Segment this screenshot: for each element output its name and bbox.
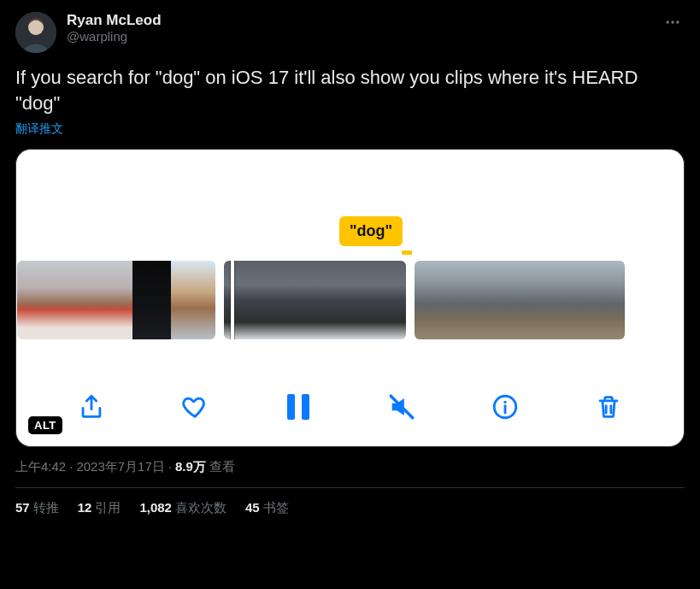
more-icon	[664, 14, 681, 31]
views-count: 8.9万	[175, 459, 206, 475]
clip-frame	[171, 261, 215, 339]
clip-frame	[94, 261, 132, 339]
stat-count: 57	[15, 500, 30, 515]
stat-bookmarks[interactable]: 45书签	[245, 500, 289, 516]
info-button[interactable]	[489, 391, 521, 423]
meta-separator: ·	[69, 459, 73, 474]
tweet: Ryan McLeod @warpling If you search for …	[0, 0, 700, 525]
share-button[interactable]	[75, 391, 108, 423]
stat-likes[interactable]: 1,082喜欢次数	[139, 500, 226, 516]
svg-point-3	[671, 21, 674, 23]
trash-icon	[594, 392, 623, 421]
clip-group-2	[224, 261, 406, 339]
clip-frame	[285, 261, 345, 339]
alt-badge[interactable]: ALT	[28, 416, 62, 434]
display-name[interactable]: Ryan McLeod	[67, 12, 661, 29]
svg-point-4	[676, 21, 679, 23]
tweet-date[interactable]: 2023年7月17日	[76, 459, 164, 475]
clip-frame	[485, 261, 520, 339]
stat-quotes[interactable]: 12引用	[78, 500, 121, 516]
clip-frame	[56, 261, 94, 339]
svg-point-7	[503, 401, 506, 403]
clip-frame	[132, 261, 171, 339]
handle[interactable]: @warpling	[67, 29, 661, 44]
scrub-marker	[402, 250, 412, 255]
mute-button[interactable]	[385, 391, 418, 423]
tweet-time[interactable]: 上午4:42	[15, 459, 66, 475]
clip-frame	[590, 261, 625, 339]
like-button[interactable]	[179, 391, 211, 423]
share-icon	[77, 392, 106, 421]
stat-count: 1,082	[139, 500, 172, 515]
mute-icon	[387, 392, 416, 421]
search-tag-label: "dog"	[339, 216, 403, 246]
views-label: 查看	[209, 459, 235, 475]
delete-button[interactable]	[592, 391, 625, 423]
stat-count: 12	[78, 500, 92, 515]
clip-frame	[17, 261, 56, 339]
tweet-header: Ryan McLeod @warpling	[15, 12, 685, 53]
media-toolbar	[16, 368, 684, 446]
stat-label: 引用	[95, 500, 121, 515]
tweet-meta: 上午4:42 · 2023年7月17日 · 8.9万 查看	[15, 459, 685, 475]
stat-label: 喜欢次数	[175, 500, 226, 515]
translate-link[interactable]: 翻译推文	[15, 121, 685, 137]
stat-label: 转推	[33, 500, 59, 515]
clip-frame	[555, 261, 590, 339]
stat-label: 书签	[263, 500, 289, 515]
clip-group-1	[17, 261, 215, 339]
engagement-stats: 57转推 12引用 1,082喜欢次数 45书签	[15, 500, 685, 516]
pause-icon	[287, 394, 309, 420]
author-block: Ryan McLeod @warpling	[67, 12, 661, 44]
clip-frame	[415, 261, 450, 339]
more-button[interactable]	[661, 12, 685, 36]
info-icon	[491, 392, 520, 421]
stat-retweets[interactable]: 57转推	[15, 500, 59, 516]
clip-frame	[345, 261, 406, 339]
meta-separator: ·	[168, 459, 172, 474]
svg-point-2	[667, 21, 669, 23]
clip-frame	[450, 261, 485, 339]
avatar[interactable]	[15, 12, 56, 53]
clip-group-3	[415, 261, 625, 339]
heart-icon	[180, 392, 209, 421]
tweet-text: If you search for "dog" on iOS 17 it'll …	[15, 65, 685, 116]
avatar-image	[15, 12, 56, 53]
pause-button[interactable]	[282, 391, 315, 423]
playhead-icon[interactable]	[231, 261, 234, 339]
divider	[15, 487, 685, 488]
stat-count: 45	[245, 500, 260, 515]
media-attachment[interactable]: "dog"	[15, 149, 685, 447]
clip-frame	[520, 261, 555, 339]
video-timeline	[16, 261, 684, 339]
